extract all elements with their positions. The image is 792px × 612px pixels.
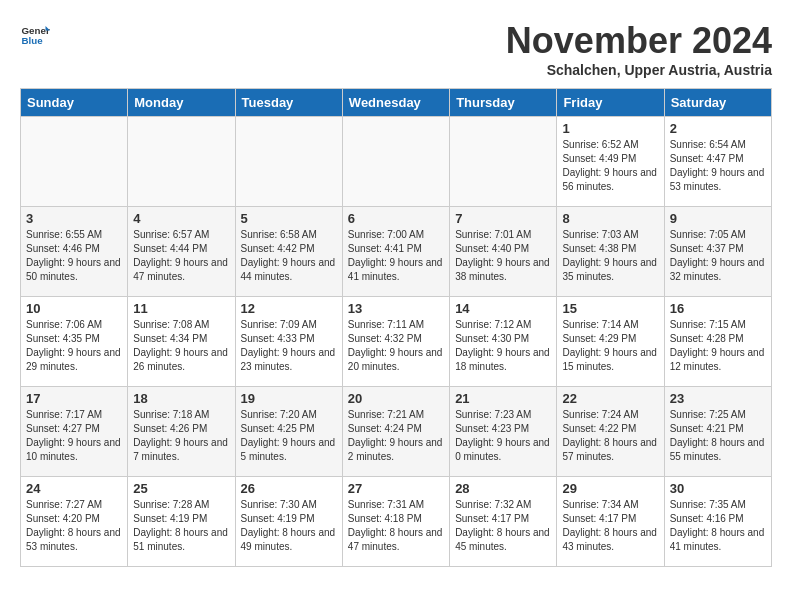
day-number: 4 [133,211,229,226]
day-info: Sunrise: 7:23 AM Sunset: 4:23 PM Dayligh… [455,408,551,464]
logo-icon: General Blue [20,20,50,50]
day-info: Sunrise: 6:54 AM Sunset: 4:47 PM Dayligh… [670,138,766,194]
day-info: Sunrise: 7:30 AM Sunset: 4:19 PM Dayligh… [241,498,337,554]
calendar-week-row: 24Sunrise: 7:27 AM Sunset: 4:20 PM Dayli… [21,477,772,567]
calendar-cell: 11Sunrise: 7:08 AM Sunset: 4:34 PM Dayli… [128,297,235,387]
day-info: Sunrise: 7:20 AM Sunset: 4:25 PM Dayligh… [241,408,337,464]
calendar-week-row: 3Sunrise: 6:55 AM Sunset: 4:46 PM Daylig… [21,207,772,297]
calendar-cell: 12Sunrise: 7:09 AM Sunset: 4:33 PM Dayli… [235,297,342,387]
calendar-cell [342,117,449,207]
calendar-cell: 21Sunrise: 7:23 AM Sunset: 4:23 PM Dayli… [450,387,557,477]
day-info: Sunrise: 7:15 AM Sunset: 4:28 PM Dayligh… [670,318,766,374]
day-number: 23 [670,391,766,406]
calendar-cell: 23Sunrise: 7:25 AM Sunset: 4:21 PM Dayli… [664,387,771,477]
location-subtitle: Schalchen, Upper Austria, Austria [506,62,772,78]
calendar-week-row: 1Sunrise: 6:52 AM Sunset: 4:49 PM Daylig… [21,117,772,207]
day-info: Sunrise: 7:06 AM Sunset: 4:35 PM Dayligh… [26,318,122,374]
day-number: 18 [133,391,229,406]
calendar-table: SundayMondayTuesdayWednesdayThursdayFrid… [20,88,772,567]
calendar-cell: 19Sunrise: 7:20 AM Sunset: 4:25 PM Dayli… [235,387,342,477]
calendar-cell: 18Sunrise: 7:18 AM Sunset: 4:26 PM Dayli… [128,387,235,477]
calendar-cell: 28Sunrise: 7:32 AM Sunset: 4:17 PM Dayli… [450,477,557,567]
calendar-cell: 26Sunrise: 7:30 AM Sunset: 4:19 PM Dayli… [235,477,342,567]
day-number: 6 [348,211,444,226]
calendar-cell: 10Sunrise: 7:06 AM Sunset: 4:35 PM Dayli… [21,297,128,387]
day-number: 21 [455,391,551,406]
day-info: Sunrise: 6:52 AM Sunset: 4:49 PM Dayligh… [562,138,658,194]
header-tuesday: Tuesday [235,89,342,117]
day-info: Sunrise: 7:31 AM Sunset: 4:18 PM Dayligh… [348,498,444,554]
header-saturday: Saturday [664,89,771,117]
day-number: 3 [26,211,122,226]
day-number: 9 [670,211,766,226]
day-number: 2 [670,121,766,136]
day-info: Sunrise: 7:28 AM Sunset: 4:19 PM Dayligh… [133,498,229,554]
day-number: 8 [562,211,658,226]
day-number: 26 [241,481,337,496]
day-number: 1 [562,121,658,136]
calendar-cell: 30Sunrise: 7:35 AM Sunset: 4:16 PM Dayli… [664,477,771,567]
day-number: 13 [348,301,444,316]
day-info: Sunrise: 7:05 AM Sunset: 4:37 PM Dayligh… [670,228,766,284]
calendar-cell: 13Sunrise: 7:11 AM Sunset: 4:32 PM Dayli… [342,297,449,387]
calendar-cell [21,117,128,207]
day-number: 28 [455,481,551,496]
calendar-cell: 8Sunrise: 7:03 AM Sunset: 4:38 PM Daylig… [557,207,664,297]
day-info: Sunrise: 6:58 AM Sunset: 4:42 PM Dayligh… [241,228,337,284]
calendar-cell: 2Sunrise: 6:54 AM Sunset: 4:47 PM Daylig… [664,117,771,207]
calendar-cell [128,117,235,207]
calendar-cell: 7Sunrise: 7:01 AM Sunset: 4:40 PM Daylig… [450,207,557,297]
calendar-cell: 5Sunrise: 6:58 AM Sunset: 4:42 PM Daylig… [235,207,342,297]
day-number: 19 [241,391,337,406]
calendar-cell: 17Sunrise: 7:17 AM Sunset: 4:27 PM Dayli… [21,387,128,477]
day-info: Sunrise: 7:21 AM Sunset: 4:24 PM Dayligh… [348,408,444,464]
day-number: 17 [26,391,122,406]
day-info: Sunrise: 7:00 AM Sunset: 4:41 PM Dayligh… [348,228,444,284]
day-info: Sunrise: 6:55 AM Sunset: 4:46 PM Dayligh… [26,228,122,284]
day-info: Sunrise: 7:17 AM Sunset: 4:27 PM Dayligh… [26,408,122,464]
day-number: 24 [26,481,122,496]
day-info: Sunrise: 7:12 AM Sunset: 4:30 PM Dayligh… [455,318,551,374]
header-friday: Friday [557,89,664,117]
day-number: 25 [133,481,229,496]
calendar-cell [235,117,342,207]
calendar-cell: 4Sunrise: 6:57 AM Sunset: 4:44 PM Daylig… [128,207,235,297]
day-number: 12 [241,301,337,316]
day-info: Sunrise: 7:24 AM Sunset: 4:22 PM Dayligh… [562,408,658,464]
month-title: November 2024 [506,20,772,62]
calendar-cell: 16Sunrise: 7:15 AM Sunset: 4:28 PM Dayli… [664,297,771,387]
day-number: 27 [348,481,444,496]
calendar-cell: 29Sunrise: 7:34 AM Sunset: 4:17 PM Dayli… [557,477,664,567]
calendar-cell: 25Sunrise: 7:28 AM Sunset: 4:19 PM Dayli… [128,477,235,567]
day-info: Sunrise: 7:18 AM Sunset: 4:26 PM Dayligh… [133,408,229,464]
day-number: 30 [670,481,766,496]
day-number: 29 [562,481,658,496]
day-number: 16 [670,301,766,316]
day-info: Sunrise: 7:01 AM Sunset: 4:40 PM Dayligh… [455,228,551,284]
logo: General Blue [20,20,50,50]
title-area: November 2024 Schalchen, Upper Austria, … [506,20,772,78]
calendar-header-row: SundayMondayTuesdayWednesdayThursdayFrid… [21,89,772,117]
calendar-cell: 1Sunrise: 6:52 AM Sunset: 4:49 PM Daylig… [557,117,664,207]
calendar-cell: 14Sunrise: 7:12 AM Sunset: 4:30 PM Dayli… [450,297,557,387]
day-number: 20 [348,391,444,406]
day-info: Sunrise: 7:11 AM Sunset: 4:32 PM Dayligh… [348,318,444,374]
day-info: Sunrise: 7:35 AM Sunset: 4:16 PM Dayligh… [670,498,766,554]
calendar-week-row: 17Sunrise: 7:17 AM Sunset: 4:27 PM Dayli… [21,387,772,477]
calendar-cell: 3Sunrise: 6:55 AM Sunset: 4:46 PM Daylig… [21,207,128,297]
header-sunday: Sunday [21,89,128,117]
calendar-cell: 27Sunrise: 7:31 AM Sunset: 4:18 PM Dayli… [342,477,449,567]
calendar-cell: 22Sunrise: 7:24 AM Sunset: 4:22 PM Dayli… [557,387,664,477]
day-info: Sunrise: 6:57 AM Sunset: 4:44 PM Dayligh… [133,228,229,284]
header-monday: Monday [128,89,235,117]
day-number: 15 [562,301,658,316]
page-header: General Blue November 2024 Schalchen, Up… [20,20,772,78]
calendar-cell [450,117,557,207]
day-number: 22 [562,391,658,406]
svg-text:Blue: Blue [22,35,44,46]
header-wednesday: Wednesday [342,89,449,117]
calendar-cell: 20Sunrise: 7:21 AM Sunset: 4:24 PM Dayli… [342,387,449,477]
day-number: 10 [26,301,122,316]
day-info: Sunrise: 7:25 AM Sunset: 4:21 PM Dayligh… [670,408,766,464]
calendar-cell: 9Sunrise: 7:05 AM Sunset: 4:37 PM Daylig… [664,207,771,297]
